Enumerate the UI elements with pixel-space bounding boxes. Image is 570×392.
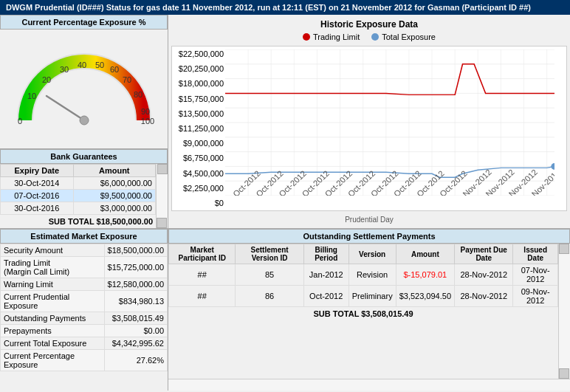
bank-row-3: 30-Oct-2016 $3,000,000.00 — [1, 202, 156, 215]
exposure-label-prepayments: Prepayments — [1, 325, 105, 337]
settlement-svid-1: 85 — [236, 264, 303, 286]
settlement-amount-2: $3,523,094.50 — [396, 286, 454, 307]
settlement-due-2: 28-Nov-2012 — [455, 286, 513, 307]
chart-area: $22,500,000 $20,250,000 $18,000,000 $15,… — [171, 46, 567, 211]
estimated-exposure-title: Estimated Market Exposure — [0, 229, 168, 244]
bank-amount-2: $9,500,000.00 — [73, 190, 155, 202]
exposure-value-prepayments: $0.00 — [104, 325, 167, 337]
bank-row-1: 30-Oct-2014 $6,000,000.00 — [1, 177, 156, 190]
svg-point-12 — [80, 116, 89, 125]
settlement-billing-2: Oct-2012 — [303, 286, 348, 307]
gauge-container: 0 10 20 30 40 50 60 70 80 — [0, 30, 168, 148]
exposure-label-percentage: Current Percentage Exposure — [1, 350, 105, 371]
settlement-scrollbar-v[interactable] — [558, 244, 570, 379]
exposure-row-trading: Trading Limit(Margin Call Limit) $15,725… — [1, 257, 168, 278]
bank-guarantees-title: Bank Guarantees — [0, 149, 168, 164]
chart-svg-inner: 01-Oct-2012 04-Oct-2012 08-Oct-2012 12-O… — [225, 49, 554, 196]
svg-text:60: 60 — [109, 65, 118, 74]
chart-legend: Trading Limit Total Exposure — [171, 31, 567, 43]
exposure-label-prudential: Current Prudential Exposure — [1, 291, 105, 312]
settlement-due-1: 28-Nov-2012 — [455, 264, 513, 286]
svg-text:40: 40 — [77, 61, 86, 69]
col-mpid: Market Participant ID — [169, 244, 236, 264]
col-amount: Amount — [73, 165, 155, 177]
col-amount: Amount — [396, 244, 454, 264]
legend-dot-exposure — [371, 33, 379, 41]
bank-amount-1: $6,000,000.00 — [73, 177, 155, 190]
gauge-section-title: Current Percentage Exposure % — [0, 15, 168, 30]
exposure-value-trading: $15,725,000.00 — [104, 257, 167, 278]
settlement-billing-1: Jan-2012 — [303, 264, 348, 286]
exposure-value-prudential: $834,980.13 — [104, 291, 167, 312]
svg-text:0: 0 — [17, 117, 21, 125]
chart-title: Historic Exposure Data — [171, 18, 567, 31]
settlement-mpid-2: ## — [169, 286, 236, 307]
svg-text:50: 50 — [95, 61, 103, 69]
settlement-version-2: Preliminary — [348, 286, 396, 307]
svg-text:90: 90 — [140, 107, 149, 116]
exposure-row-security: Security Amount $18,500,000.00 — [1, 244, 168, 257]
legend-trading-limit: Trading Limit — [303, 32, 360, 41]
bank-amount-3: $3,000,000.00 — [73, 202, 155, 215]
settlement-version-1: Revision — [348, 264, 396, 286]
col-svid: Settlement Version ID — [236, 244, 303, 264]
svg-text:100: 100 — [140, 117, 154, 125]
settlement-table: Market Participant ID Settlement Version… — [168, 244, 558, 307]
bank-date-2: 07-Oct-2016 — [1, 190, 74, 202]
estimated-exposure-panel: Estimated Market Exposure Security Amoun… — [0, 229, 168, 391]
exposure-row-total: Current Total Exposure $4,342,995.62 — [1, 337, 168, 350]
exposure-value-security: $18,500,000.00 — [104, 244, 167, 257]
settlement-amount-1: $-15,079.01 — [396, 264, 454, 286]
settlement-row-1: ## 85 Jan-2012 Revision $-15,079.01 28-N… — [169, 264, 558, 286]
settlement-scrollbar-h[interactable] — [168, 379, 570, 391]
settlement-mpid-1: ## — [169, 264, 236, 286]
exposure-value-percentage: 27.62% — [104, 350, 167, 371]
yaxis-labels: $22,500,000 $20,250,000 $18,000,000 $15,… — [172, 47, 225, 210]
svg-text:70: 70 — [122, 75, 131, 84]
settlement-row-2: ## 86 Oct-2012 Preliminary $3,523,094.50… — [169, 286, 558, 307]
chart-panel: Historic Exposure Data Trading Limit Tot… — [168, 15, 570, 228]
bank-date-1: 30-Oct-2014 — [1, 177, 74, 190]
bank-guarantees-section: Bank Guarantees Expiry Date Amount — [0, 148, 168, 228]
legend-label-exposure: Total Exposure — [382, 32, 436, 41]
svg-line-11 — [47, 96, 84, 120]
legend-dot-trading — [303, 33, 310, 41]
settlement-svid-2: 86 — [236, 286, 303, 307]
col-expiry: Expiry Date — [1, 165, 74, 177]
header: DWGM Prudential (ID###) Status for gas d… — [0, 0, 570, 15]
svg-text:20: 20 — [41, 75, 50, 84]
exposure-row-prepayments: Prepayments $0.00 — [1, 325, 168, 337]
exposure-row-percentage: Current Percentage Exposure 27.62% — [1, 350, 168, 371]
settlement-panel: Outstanding Settlement Payments Market P… — [168, 229, 570, 391]
col-version: Version — [348, 244, 396, 264]
exposure-label-total: Current Total Exposure — [1, 337, 105, 350]
exposure-label-trading: Trading Limit(Margin Call Limit) — [1, 257, 105, 278]
exposure-row-warning: Warning Limit $12,580,000.00 — [1, 278, 168, 291]
chart-xlabel: Prudential Day — [171, 214, 567, 225]
chart-inner: 01-Oct-2012 04-Oct-2012 08-Oct-2012 12-O… — [225, 49, 554, 196]
settlement-title: Outstanding Settlement Payments — [168, 229, 570, 244]
svg-text:80: 80 — [133, 90, 142, 99]
settlement-issued-1: 07-Nov-2012 — [513, 264, 558, 286]
exposure-label-outstanding: Outstanding Payments — [1, 312, 105, 325]
exposure-value-total: $4,342,995.62 — [104, 337, 167, 350]
header-title: DWGM Prudential (ID###) Status for gas d… — [6, 3, 531, 12]
exposure-label-security: Security Amount — [1, 244, 105, 257]
col-issued-date: Issued Date — [513, 244, 558, 264]
gauge-svg: 0 10 20 30 40 50 60 70 80 — [14, 50, 154, 131]
exposure-value-outstanding: $3,508,015.49 — [104, 312, 167, 325]
bank-subtotal: SUB TOTAL $18,500,000.00 — [0, 215, 156, 228]
settlement-issued-2: 09-Nov-2012 — [513, 286, 558, 307]
estimated-exposure-table: Security Amount $18,500,000.00 Trading L… — [0, 244, 168, 371]
exposure-row-outstanding: Outstanding Payments $3,508,015.49 — [1, 312, 168, 325]
svg-text:10: 10 — [27, 92, 35, 100]
bank-guarantees-table: Expiry Date Amount 30-Oct-2014 $6,000,00… — [0, 164, 156, 215]
settlement-subtotal: SUB TOTAL $3,508,015.49 — [168, 307, 558, 320]
col-due-date: Payment Due Date — [455, 244, 513, 264]
legend-label-trading: Trading Limit — [313, 32, 360, 41]
exposure-row-current-prudential: Current Prudential Exposure $834,980.13 — [1, 291, 168, 312]
exposure-value-warning: $12,580,000.00 — [104, 278, 167, 291]
col-billing: Billing Period — [303, 244, 348, 264]
exposure-label-warning: Warning Limit — [1, 278, 105, 291]
svg-text:30: 30 — [59, 65, 68, 74]
